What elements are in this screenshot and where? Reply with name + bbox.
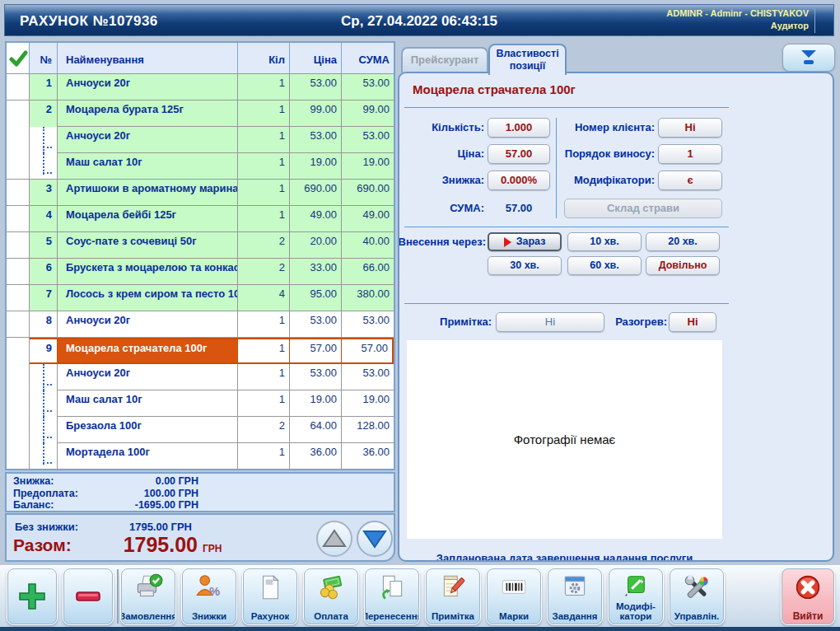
table-row[interactable]: Анчоуси 20г 1 53.00 53.00 (7, 127, 394, 153)
tree-connector-vertical (43, 390, 44, 417)
timing-now-button[interactable]: Зараз (488, 232, 562, 251)
row-check-cell (7, 206, 30, 232)
row-check-cell (7, 100, 30, 127)
col-header-qty: Кіл (238, 43, 290, 73)
photo-placeholder: Фотографії немає (407, 340, 722, 539)
table-row[interactable]: Маш салат 10г 1 19.00 19.00 (7, 153, 394, 180)
scroll-up-button[interactable] (316, 521, 352, 557)
prepay-label: Предоплата: (13, 488, 100, 500)
tab-item-properties[interactable]: Властивості позиції (488, 44, 567, 75)
row-check-cell (7, 127, 30, 153)
table-row[interactable]: 3 Артишоки в ароматному маринаді 1 1 690… (7, 180, 394, 206)
document-icon (254, 572, 286, 603)
row-price-cell: 49.00 (290, 206, 342, 232)
row-price-cell: 33.00 (290, 259, 342, 285)
table-row[interactable]: 7 Лосось з крем сиром та песто 100 4 95.… (7, 285, 394, 311)
notepad-pencil-icon (437, 572, 469, 603)
row-num-cell: 2 (30, 100, 58, 127)
row-check-cell (7, 390, 30, 417)
reheat-label: Разогрев: (609, 312, 667, 332)
row-sum-cell: 49.00 (342, 206, 394, 232)
tree-connector-vertical (43, 364, 44, 390)
user-role: Аудитор (666, 20, 809, 32)
table-row[interactable]: Мортадела 100г 1 36.00 36.00 (7, 443, 394, 470)
dish-composition-button: Склад страви (564, 199, 722, 218)
total-value: 1795.00 (97, 533, 198, 557)
row-name-cell: Анчоуси 20г (58, 74, 238, 100)
tasks-button[interactable]: Завдання (547, 568, 603, 625)
row-num-cell (30, 364, 58, 390)
table-row[interactable]: 1 Анчоуси 20г 1 53.00 53.00 (7, 74, 394, 100)
row-name-cell: Анчоуси 20г (58, 364, 238, 390)
stamps-button[interactable]: Марки (486, 568, 542, 625)
scroll-down-button[interactable] (357, 521, 393, 557)
exit-button[interactable]: Вийти (781, 568, 835, 625)
note-button[interactable]: Примітка (425, 568, 481, 625)
timing-10min-button[interactable]: 10 хв. (567, 232, 642, 251)
tree-connector-elbow (43, 384, 52, 386)
management-button[interactable]: Управлін. (669, 568, 725, 625)
exit-x-icon (791, 572, 824, 605)
row-sum-cell: 40.00 (342, 232, 394, 259)
table-row[interactable]: 9 Моцарела страчатела 100г 1 57.00 57.00 (7, 338, 394, 364)
row-name-cell: Маш салат 10г (58, 390, 238, 417)
table-row[interactable]: Брезаола 100г 2 64.00 128.00 (7, 417, 394, 443)
table-row[interactable]: 5 Соус-пате з сочевиці 50г 2 20.00 40.00 (7, 232, 394, 259)
payment-button[interactable]: Оплата (303, 568, 359, 625)
timing-30min-button[interactable]: 30 хв. (488, 256, 562, 275)
row-check-cell (7, 153, 30, 180)
table-row[interactable]: Маш салат 10г 1 19.00 19.00 (7, 390, 394, 417)
tab-pricelist[interactable]: Прейскурант (401, 47, 488, 72)
transfer-button[interactable]: Перенесення (364, 568, 420, 625)
no-discount-label: Без знижки: (15, 521, 78, 533)
price-field[interactable]: 57.00 (488, 144, 550, 164)
timing-custom-button[interactable]: Довільно (646, 256, 720, 275)
table-row[interactable]: 6 Брускета з моцарелою та конкасе 2 33.0… (7, 259, 394, 285)
check-column-header (7, 43, 30, 73)
row-num-cell: 9 (30, 338, 58, 364)
tree-connector-vertical (43, 417, 44, 443)
row-qty-cell: 2 (238, 417, 290, 443)
table-row[interactable]: 8 Анчоуси 20г 1 53.00 53.00 (7, 311, 394, 338)
row-num-cell (30, 443, 58, 470)
transfer-pages-icon (376, 572, 408, 603)
row-qty-cell: 1 (238, 127, 290, 153)
row-sum-cell: 128.00 (342, 417, 394, 443)
modifiers-field[interactable]: є (658, 171, 722, 190)
table-row[interactable]: 2 Моцарела бурата 125г 1 99.00 99.00 (7, 100, 394, 127)
totals-box: Знижка:0.00 ГРН Предоплата:100.00 ГРН Ба… (5, 472, 395, 512)
receipt-button[interactable]: Рахунок (242, 568, 298, 625)
table-row[interactable]: Анчоуси 20г 1 53.00 53.00 (7, 364, 394, 390)
timing-60min-button[interactable]: 60 хв. (567, 256, 642, 275)
serve-order-field[interactable]: 1 (658, 144, 722, 164)
discounts-button[interactable]: % Знижки (181, 568, 237, 625)
add-item-button[interactable] (7, 568, 58, 625)
client-number-field[interactable]: Ні (658, 118, 722, 138)
sum-label: СУМА: (399, 199, 484, 218)
discount-field[interactable]: 0.000% (488, 171, 550, 190)
modifiers-button[interactable]: Модифі-катори (608, 568, 664, 625)
printer-check-icon (133, 572, 164, 603)
timing-20min-button[interactable]: 20 хв. (646, 232, 720, 251)
row-num-cell: 1 (30, 74, 58, 100)
orders-button[interactable]: Замовлення (120, 568, 176, 625)
summary-box: Без знижки: 1795.00 ГРН Разом: 1795.00 Г… (5, 513, 395, 562)
note-field[interactable]: Ні (496, 312, 604, 332)
row-qty-cell: 1 (238, 443, 290, 470)
row-qty-cell: 1 (238, 153, 290, 180)
tree-connector-elbow (43, 462, 52, 464)
table-row[interactable]: 4 Моцарела бейбі 125г 1 49.00 49.00 (7, 206, 394, 232)
row-price-cell: 95.00 (290, 285, 342, 311)
person-percent-icon: % (194, 572, 225, 603)
row-name-cell: Лосось з крем сиром та песто 100 (58, 285, 238, 311)
note-label: Примітка: (399, 312, 492, 332)
row-qty-cell: 2 (238, 232, 290, 259)
row-price-cell: 64.00 (290, 417, 342, 443)
tools-icon (681, 572, 712, 603)
svg-text:%: % (209, 585, 220, 598)
reheat-field[interactable]: Ні (669, 312, 716, 332)
qty-field[interactable]: 1.000 (488, 118, 550, 138)
remove-item-button[interactable] (63, 568, 114, 625)
row-price-cell: 57.00 (290, 338, 342, 364)
collapse-panel-button[interactable] (782, 44, 835, 72)
